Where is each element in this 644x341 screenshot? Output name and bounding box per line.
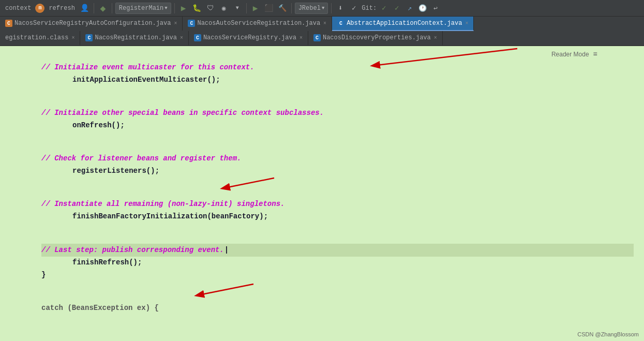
jrebel-arrow-icon: ▼ <box>322 6 324 11</box>
blank-line-5 <box>10 142 634 153</box>
code-line-onrefresh: onRefresh(); <box>72 120 634 132</box>
blank-line-7 <box>10 188 634 198</box>
code-line-comment-5-highlighted: // Last step: publish corresponding even… <box>41 244 634 257</box>
rebuild-button[interactable]: 🔨 <box>277 3 288 14</box>
tabs-bar: C NacosServiceRegistryAutoConfiguration.… <box>0 17 644 46</box>
tab-icon-1: C <box>5 20 12 27</box>
vcs-commit-icon[interactable]: ✓ <box>348 3 360 14</box>
context-label: context <box>3 4 33 13</box>
tabs-row-1: C NacosServiceRegistryAutoConfiguration.… <box>0 17 644 31</box>
code-editor[interactable]: Reader Mode ≡ // Initialize event multic… <box>0 46 644 341</box>
code-register-listeners: registerListeners(); <box>72 165 159 176</box>
comment-text-2: // Initialize other special beans in spe… <box>41 107 324 118</box>
tab-icon-7: C <box>313 34 321 41</box>
tab-label-6: NacosServiceRegistry.java <box>203 34 296 41</box>
refresh-label[interactable]: refresh <box>47 4 77 13</box>
user-avatar[interactable]: m <box>35 4 44 13</box>
code-line-comment-4: // Instantiate all remaining (non-lazy-i… <box>41 198 634 211</box>
code-line-catch: catch (BeansException ex) { <box>41 302 634 315</box>
separator-1 <box>94 3 94 13</box>
code-line-comment-2: // Initialize other special beans in spe… <box>41 107 634 120</box>
tab-label-3: AbstractApplicationContext.java <box>347 20 462 27</box>
jrebel-label: JRebel <box>298 5 321 12</box>
git-label: Git: <box>362 5 377 12</box>
run-dropdown-icon[interactable]: ▼ <box>232 3 243 14</box>
tab-close-5[interactable]: × <box>180 35 183 41</box>
reader-mode-label[interactable]: Reader Mode <box>551 51 589 58</box>
tab-nacos-service-registry[interactable]: C NacosServiceRegistry.java × <box>189 31 308 46</box>
code-finish-bean-factory: finishBeanFactoryInitialization(beanFact… <box>72 211 268 222</box>
code-finish-refresh: finishRefresh(); <box>72 257 142 268</box>
tab-label-4: egistration.class <box>5 34 68 41</box>
tab-abstract-app-context[interactable]: C AbstractApplicationContext.java × <box>332 17 474 31</box>
blank-line-11 <box>10 292 634 302</box>
tab-label-5: NacosRegistration.java <box>95 34 176 41</box>
tab-close-1[interactable]: × <box>174 21 177 26</box>
tab-close-3[interactable]: × <box>465 21 468 26</box>
blank-line-6 <box>10 177 634 188</box>
tab-icon-3: C <box>337 20 345 27</box>
comment-text-1: // Initialize event multicaster for this… <box>41 62 254 73</box>
tab-icon-6: C <box>194 34 201 41</box>
profile-button[interactable]: ◉ <box>218 3 230 14</box>
tab-label-2: NacosAutoServiceRegistration.java <box>197 20 320 27</box>
run2-button[interactable]: ▶ <box>250 3 261 14</box>
blank-line-4 <box>10 132 634 142</box>
debug-button[interactable]: 🐛 <box>191 3 203 14</box>
tab-close-7[interactable]: × <box>434 35 437 41</box>
run-config-label: RegisterMain <box>119 5 163 12</box>
green-diamond-icon: ◆ <box>97 3 109 14</box>
tab-close-2[interactable]: × <box>323 21 326 26</box>
code-init-multicaster: initApplicationEventMulticaster(); <box>72 74 220 85</box>
blank-line-9 <box>10 233 634 244</box>
stop-button[interactable]: ⬛ <box>263 3 275 14</box>
blank-line-2 <box>10 86 634 97</box>
git-push-icon[interactable]: ↗ <box>404 3 415 14</box>
code-catch: catch (BeansException ex) { <box>41 302 159 314</box>
person-icon[interactable]: 👤 <box>79 3 91 14</box>
tab-nacos-registration[interactable]: C NacosRegistration.java × <box>80 31 188 46</box>
separator-5 <box>291 3 292 13</box>
reader-mode-area: Reader Mode ≡ <box>551 50 597 58</box>
git-check-icon[interactable]: ✓ <box>378 3 390 14</box>
jrebel-dropdown[interactable]: JRebel ▼ <box>295 3 328 14</box>
separator-4 <box>246 3 247 13</box>
blank-line-8 <box>10 223 634 233</box>
run-config-dropdown[interactable]: RegisterMain ▼ <box>115 3 171 14</box>
code-line-finish-refresh: finishRefresh(); <box>72 257 634 269</box>
coverage-button[interactable]: 🛡 <box>205 3 216 14</box>
tab-label-1: NacosServiceRegistryAutoConfiguration.ja… <box>14 20 171 27</box>
git-history-icon[interactable]: 🕐 <box>417 3 428 14</box>
tab-icon-2: C <box>188 20 195 27</box>
blank-line-3 <box>10 97 634 107</box>
blank-line-1 <box>10 51 634 62</box>
code-onrefresh: onRefresh(); <box>72 120 125 131</box>
tab-nacos-registry-auto-config[interactable]: C NacosServiceRegistryAutoConfiguration.… <box>0 17 183 31</box>
tab-registration-class[interactable]: egistration.class × <box>0 31 80 46</box>
dropdown-arrow-icon: ▼ <box>164 6 167 11</box>
comment-text-3: // Check for listener beans and register… <box>41 153 241 164</box>
main-toolbar: context m refresh 👤 ◆ RegisterMain ▼ ▶ 🐛… <box>0 0 644 17</box>
vcs-update-icon[interactable]: ⬇ <box>335 3 346 14</box>
code-line-finish-bean-factory: finishBeanFactoryInitialization(beanFact… <box>72 211 634 223</box>
tab-close-4[interactable]: × <box>71 35 74 41</box>
comment-text-5: // Last step: publish corresponding even… <box>41 246 229 254</box>
tab-nacos-discovery-props[interactable]: C NacosDiscoveryProperties.java × <box>308 31 443 46</box>
git-area: Git: ✓ ✓ ↗ 🕐 ↩ <box>362 3 441 14</box>
reader-mode-icon[interactable]: ≡ <box>593 50 597 58</box>
watermark: CSDN @ZhangBlossom <box>577 331 639 337</box>
git-revert-icon[interactable]: ↩ <box>430 3 441 14</box>
code-content: // Initialize event multicaster for this… <box>0 51 644 315</box>
tab-icon-5: C <box>85 34 93 41</box>
tab-close-6[interactable]: × <box>299 35 303 41</box>
run-button[interactable]: ▶ <box>178 3 189 14</box>
code-line-comment-1: // Initialize event multicaster for this… <box>41 62 634 74</box>
separator-2 <box>112 3 112 13</box>
tab-nacos-auto-registration[interactable]: C NacosAutoServiceRegistration.java × <box>183 17 332 31</box>
code-line-close-brace: } <box>41 269 634 281</box>
code-line-register-listeners: registerListeners(); <box>72 165 634 177</box>
editor-area: Reader Mode ≡ // Initialize event multic… <box>0 46 644 341</box>
tab-label-7: NacosDiscoveryProperties.java <box>323 34 431 41</box>
tabs-row-2: egistration.class × C NacosRegistration.… <box>0 31 644 46</box>
git-check2-icon[interactable]: ✓ <box>391 3 402 14</box>
